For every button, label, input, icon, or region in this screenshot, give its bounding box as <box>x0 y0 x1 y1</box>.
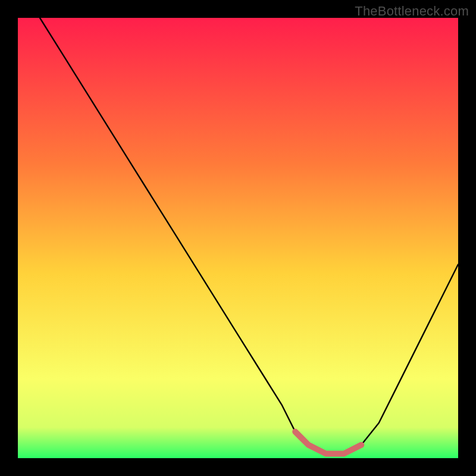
watermark-label: TheBottleneck.com <box>355 4 469 19</box>
gradient-background <box>18 18 458 458</box>
bottleneck-chart <box>18 18 458 458</box>
chart-frame <box>18 18 458 458</box>
